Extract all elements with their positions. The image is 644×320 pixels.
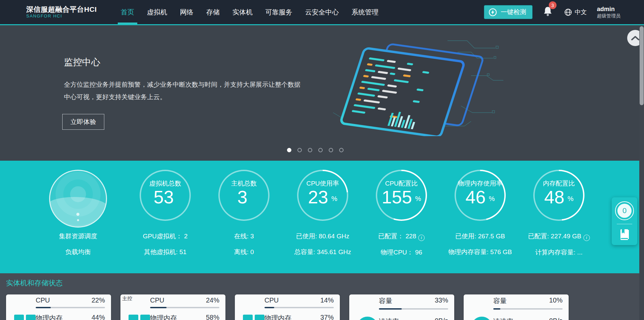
progress-bar <box>493 308 563 310</box>
metric-value: 33% <box>435 296 448 306</box>
metric-label: 容量 <box>493 296 507 306</box>
carousel-dot[interactable] <box>308 148 312 152</box>
chevron-up-icon <box>631 35 640 41</box>
metric-label: 物理内存 <box>264 314 291 320</box>
notification-badge: 3 <box>549 1 557 9</box>
stat-line1: 在线: 3 <box>205 232 283 241</box>
task-count: 0 <box>622 206 627 215</box>
user-role: 超级管理员 <box>597 13 620 19</box>
stat-cpu-usage: CPU使用率 23% 已使用: 80.64 GHz 总容量: 345.61 GH… <box>283 170 362 256</box>
stat-line1: 已使用: 80.64 GHz <box>283 232 362 241</box>
metric-label: CPU <box>150 296 164 304</box>
metric-label: 读速率 <box>379 317 399 320</box>
storage-card-1[interactable]: 容量33% 读速率0B/s <box>349 294 454 320</box>
progress-bar <box>264 307 334 308</box>
hero-description-line1: 全方位监控业务并提前预警，减少业务中断次数与时间，并支持大屏展示让整个数据 <box>64 81 300 88</box>
stat-line2: 总容量: 345.61 GHz <box>283 248 362 256</box>
progress-bar <box>36 307 105 308</box>
language-switcher[interactable]: 中文 <box>564 8 587 16</box>
metric-value: 0B/s <box>435 317 448 320</box>
check-button-label: 一键检测 <box>501 8 526 16</box>
stat-circle: 虚拟机总数 53 <box>140 170 191 221</box>
stat-value: 46 <box>466 187 486 207</box>
notification-bell[interactable]: 3 <box>543 6 553 18</box>
host-card-2[interactable]: 主控 CPU24% 物理内存58% <box>120 294 225 320</box>
stat-unit: % <box>489 195 495 203</box>
stat-host-total: 主机总数 3 在线: 3 离线: 0 <box>205 170 283 256</box>
stat-line1: 已配置： 228 <box>362 232 441 241</box>
carousel-dot[interactable] <box>339 148 344 152</box>
carousel-dot[interactable] <box>329 148 333 152</box>
hero-description-line2: 中心可视，更好支持关键业务上云。 <box>64 93 166 101</box>
ball-label-2: 负载均衡 <box>39 248 117 256</box>
storage-disk-icon <box>357 317 378 320</box>
status-cards: CPU22% 物理内存44% 主控 CPU24% 物理内存58% CPU14% <box>6 294 569 320</box>
user-menu[interactable]: admin 超级管理员 <box>597 5 620 19</box>
stat-circle: 物理内存使用率 46% <box>455 170 506 221</box>
globe-icon <box>564 8 572 16</box>
header-right: 一键检测 3 中文 admin 超级管理员 <box>484 5 620 19</box>
metric-value: 44% <box>92 314 105 320</box>
stat-line2: 物理内存容量: 576 GB <box>441 248 520 256</box>
stat-unit: % <box>331 195 337 203</box>
stat-line1: 已配置: 227.49 GB <box>520 232 598 241</box>
stat-value: 3 <box>237 187 247 207</box>
metric-value: 37% <box>320 314 334 320</box>
stat-vm-total: 虚拟机总数 53 GPU虚拟机： 2 其他虚拟机: 51 <box>126 170 205 256</box>
carousel-dots <box>287 148 344 152</box>
stat-value: 53 <box>153 187 174 207</box>
task-count-badge[interactable]: 0 <box>615 201 634 220</box>
carousel-dot[interactable] <box>297 148 302 152</box>
stat-line1: 已使用: 267.5 GB <box>441 232 520 241</box>
host-card-1[interactable]: CPU22% 物理内存44% <box>6 294 111 320</box>
one-click-check-button[interactable]: 一键检测 <box>484 5 533 19</box>
scrollbar-thumb[interactable] <box>640 26 644 105</box>
top-nav-bar: 深信服超融合平台HCI SANGFOR HCI 首页 虚拟机 网络 存储 实体机… <box>0 0 644 25</box>
stats-band: 集群资源调度 负载均衡 虚拟机总数 53 GPU虚拟机： 2 其他虚拟机: 51… <box>0 161 644 273</box>
carousel-dot[interactable] <box>287 148 291 152</box>
nav-item-vm[interactable]: 虚拟机 <box>141 0 174 24</box>
stat-circle: 主机总数 3 <box>218 170 270 221</box>
stat-line2: 其他虚拟机: 51 <box>126 248 205 256</box>
storage-card-2[interactable]: 容量10% 读速率0B/s <box>464 294 569 320</box>
floating-tools-panel: 0 <box>612 197 637 245</box>
info-icon[interactable] <box>583 235 590 241</box>
stat-unit: % <box>415 195 421 203</box>
hero-title: 监控中心 <box>64 56 100 68</box>
storage-disk-icon <box>471 317 492 320</box>
logo-subtitle: SANGFOR HCI <box>26 14 97 18</box>
nav-item-home[interactable]: 首页 <box>114 0 141 24</box>
metric-value: 24% <box>206 296 219 304</box>
host-card-3[interactable]: CPU14% 物理内存37% <box>235 294 340 320</box>
stat-line2: 计算内存容量: ... <box>520 248 598 257</box>
host-icon <box>14 315 36 320</box>
host-storage-section: 实体机和存储状态 CPU22% 物理内存44% 主控 CPU24% 物理内存58… <box>0 273 644 320</box>
page: 深信服超融合平台HCI SANGFOR HCI 首页 虚拟机 网络 存储 实体机… <box>0 0 644 320</box>
hero-banner: 监控中心 全方位监控业务并提前预警，减少业务中断次数与时间，并支持大屏展示让整个… <box>0 25 644 161</box>
nav-item-cloud-security[interactable]: 云安全中心 <box>299 0 345 24</box>
panel-divider <box>617 224 632 224</box>
host-icon <box>129 315 150 320</box>
nav-item-system[interactable]: 系统管理 <box>345 0 385 24</box>
info-icon[interactable] <box>418 235 425 241</box>
help-book-icon[interactable] <box>618 228 631 241</box>
progress-bar <box>150 307 219 308</box>
monitoring-illustration <box>313 29 508 136</box>
stat-circle: CPU使用率 23% <box>297 170 348 221</box>
stat-line2: 离线: 0 <box>205 248 283 256</box>
nav-item-host[interactable]: 实体机 <box>226 0 259 24</box>
stat-value: 155 <box>382 187 412 207</box>
nav-item-reliability[interactable]: 可靠服务 <box>259 0 299 24</box>
metric-label: CPU <box>36 296 50 304</box>
stat-memory-usage: 物理内存使用率 46% 已使用: 267.5 GB 物理内存容量: 576 GB <box>441 170 520 256</box>
section-title: 实体机和存储状态 <box>6 273 644 288</box>
nav-item-storage[interactable]: 存储 <box>200 0 226 24</box>
metric-value: 22% <box>92 296 105 304</box>
carousel-dot[interactable] <box>318 148 323 152</box>
try-now-button[interactable]: 立即体验 <box>62 114 104 130</box>
nav-item-network[interactable]: 网络 <box>174 0 200 24</box>
gauge-bolt-icon <box>488 8 497 17</box>
ball-labels: 集群资源调度 负载均衡 <box>39 161 117 256</box>
metric-label: 物理内存 <box>150 314 177 320</box>
stat-circle: 内存配置比 48% <box>533 170 584 221</box>
